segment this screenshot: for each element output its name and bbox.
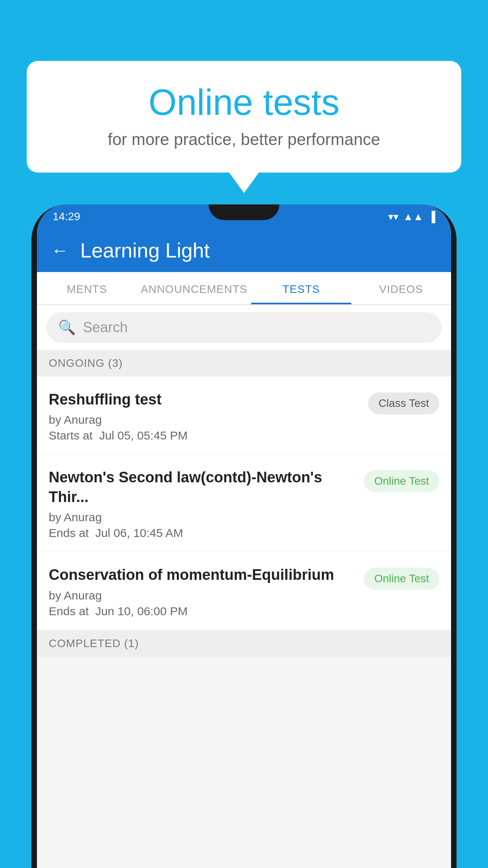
search-placeholder-text: Search (83, 319, 128, 336)
bubble-title: Online tests (50, 83, 438, 122)
tab-announcements[interactable]: ANNOUNCEMENTS (137, 272, 251, 304)
test-date: Starts at Jul 05, 05:45 PM (49, 429, 360, 442)
completed-section-header: COMPLETED (1) (37, 630, 451, 657)
test-by: by Anurag (49, 511, 356, 524)
battery-icon: ▐ (428, 211, 435, 223)
wifi-icon: ▾▾ (388, 211, 398, 223)
app-bar-title: Learning Light (80, 239, 210, 262)
phone-screen: 14:29 ▾▾ ▲▲ ▐ ← Learning Light MENTS ANN… (37, 204, 451, 868)
test-by: by Anurag (49, 413, 360, 427)
search-input[interactable]: 🔍 Search (46, 312, 442, 343)
ongoing-title: ONGOING (3) (49, 357, 123, 369)
phone-frame: 14:29 ▾▾ ▲▲ ▐ ← Learning Light MENTS ANN… (31, 204, 457, 868)
signal-icon: ▲▲ (403, 211, 423, 223)
bubble-subtitle: for more practice, better performance (50, 130, 438, 149)
test-item[interactable]: Conservation of momentum-Equilibrium by … (37, 552, 451, 630)
search-container: 🔍 Search (37, 305, 451, 350)
test-name: Reshuffling test (49, 390, 360, 409)
badge-online-test-2: Online Test (364, 568, 439, 590)
back-button[interactable]: ← (51, 241, 68, 260)
badge-online-test: Online Test (364, 470, 439, 492)
status-time: 14:29 (53, 210, 80, 223)
promo-bubble: Online tests for more practice, better p… (27, 61, 461, 173)
test-item[interactable]: Reshuffling test by Anurag Starts at Jul… (37, 377, 451, 454)
search-icon: 🔍 (58, 319, 76, 336)
status-icons: ▾▾ ▲▲ ▐ (388, 211, 435, 223)
test-info: Newton's Second law(contd)-Newton's Thir… (49, 468, 364, 540)
test-info: Conservation of momentum-Equilibrium by … (49, 565, 364, 618)
test-name: Conservation of momentum-Equilibrium (49, 565, 356, 585)
test-date: Ends at Jul 06, 10:45 AM (49, 526, 356, 540)
test-by: by Anurag (49, 589, 356, 602)
ongoing-section-header: ONGOING (3) (37, 350, 451, 377)
app-bar: ← Learning Light (37, 229, 451, 272)
test-item[interactable]: Newton's Second law(contd)-Newton's Thir… (37, 454, 451, 552)
test-info: Reshuffling test by Anurag Starts at Jul… (49, 390, 368, 442)
status-bar: 14:29 ▾▾ ▲▲ ▐ (37, 204, 451, 229)
tab-tests[interactable]: TESTS (251, 272, 351, 304)
tab-ments[interactable]: MENTS (37, 272, 137, 304)
test-date: Ends at Jun 10, 06:00 PM (49, 605, 356, 618)
completed-title: COMPLETED (1) (49, 637, 139, 649)
badge-class-test: Class Test (368, 392, 439, 414)
tab-videos[interactable]: VIDEOS (351, 272, 451, 304)
test-name: Newton's Second law(contd)-Newton's Thir… (49, 468, 356, 507)
tabs-container: MENTS ANNOUNCEMENTS TESTS VIDEOS (37, 272, 451, 305)
